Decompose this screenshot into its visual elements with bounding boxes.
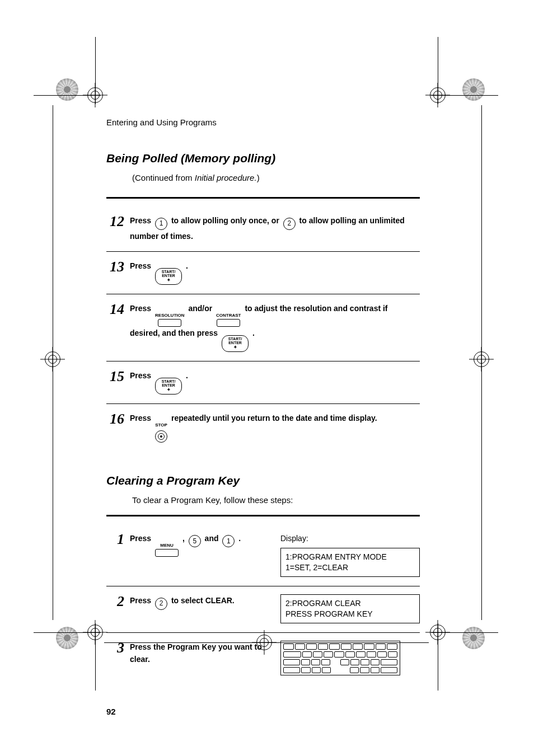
steps-list-2: 1 Press MENU , 5 and 1 . xyxy=(106,524,420,684)
step-number: 12 xyxy=(106,214,130,229)
text: Press xyxy=(130,261,153,270)
step-15: 15 Press START/ ENTER ✦ . xyxy=(106,361,420,404)
continued-ital: Initial procedure. xyxy=(195,173,257,182)
text: to select CLEAR. xyxy=(171,596,235,605)
step-body: Press RESOLUTION and/or CONTRAST to adju… xyxy=(130,302,420,352)
step-body: Press STOP repeatedly until you return t… xyxy=(130,412,420,443)
display-line-2: 1=SET, 2=CLEAR xyxy=(285,562,415,573)
step-body: Press the Program Key you want to clear. xyxy=(130,641,420,675)
text: Press xyxy=(130,414,153,422)
display-box: 2:PROGRAM CLEAR PRESS PROGRAM KEY xyxy=(280,594,420,623)
resolution-key-icon: RESOLUTION xyxy=(155,313,184,327)
key-label: RESOLUTION xyxy=(155,313,184,318)
key-shape xyxy=(155,549,179,557)
section-title-being-polled: Being Polled (Memory polling) xyxy=(106,152,420,165)
display-line-2: PRESS PROGRAM KEY xyxy=(285,609,415,619)
start-enter-key-icon: START/ ENTER ✦ xyxy=(222,335,249,352)
step-number: 15 xyxy=(106,369,130,384)
registration-mark xyxy=(462,78,485,101)
key-1-icon: 1 xyxy=(222,535,235,547)
display-line-1: 1:PROGRAM ENTRY MODE xyxy=(285,552,415,562)
step-number: 14 xyxy=(106,302,130,317)
step-display: Display: 1:PROGRAM ENTRY MODE 1=SET, 2=C… xyxy=(280,532,420,577)
step-2: 2 Press 2 to select CLEAR. 2:PROGRAM CLE… xyxy=(106,586,420,633)
step-body: Press 1 to allow polling only once, or 2… xyxy=(130,214,420,242)
step-number: 13 xyxy=(106,260,130,274)
clock-icon: ✦ xyxy=(233,345,237,350)
key-label-top: START/ xyxy=(228,337,242,341)
section-intro: To clear a Program Key, follow these ste… xyxy=(132,495,420,505)
keyboard-diagram-icon xyxy=(280,641,400,675)
crop-line xyxy=(95,37,96,104)
text: Press xyxy=(130,304,153,313)
text: , xyxy=(182,534,187,543)
key-label-bot: ENTER xyxy=(228,341,242,345)
crop-line xyxy=(438,623,438,691)
step-14: 14 Press RESOLUTION and/or CONTRAST to a… xyxy=(106,294,420,361)
step-12: 12 Press 1 to allow polling only once, o… xyxy=(106,206,420,252)
step-1: 1 Press MENU , 5 and 1 . xyxy=(106,524,420,586)
crop-line xyxy=(34,95,101,96)
step-number: 16 xyxy=(106,412,130,426)
text: Press the Program Key you want to clear. xyxy=(130,642,262,664)
crop-line xyxy=(34,632,101,633)
rule xyxy=(106,515,420,516)
rule xyxy=(106,197,420,199)
text: Press xyxy=(130,596,153,605)
step-3: 3 Press the Program Key you want to clea… xyxy=(106,633,420,684)
key-2-icon: 2 xyxy=(155,598,167,610)
text: . xyxy=(252,328,255,337)
step-instruction: Press the Program Key you want to clear. xyxy=(130,641,269,666)
crop-line xyxy=(431,95,498,96)
section-title-clearing: Clearing a Program Key xyxy=(106,474,420,487)
clock-icon: ✦ xyxy=(167,278,171,283)
contrast-key-icon: CONTRAST xyxy=(216,313,241,327)
text: Press xyxy=(130,216,153,225)
crop-line xyxy=(438,37,438,104)
step-16: 16 Press STOP repeatedly until you retur… xyxy=(106,404,420,452)
steps-list-1: 12 Press 1 to allow polling only once, o… xyxy=(106,206,420,452)
key-label-bot: ENTER xyxy=(162,274,175,278)
text: and xyxy=(205,534,221,543)
step-display xyxy=(280,641,420,675)
key-shape xyxy=(217,319,240,327)
step-number: 2 xyxy=(106,594,130,609)
step-instruction: Press 2 to select CLEAR. xyxy=(130,594,269,610)
text: . xyxy=(238,534,241,543)
text: to allow polling only once, or xyxy=(171,216,282,225)
key-shape xyxy=(158,319,181,327)
registration-mark xyxy=(462,627,485,649)
continued-note: (Continued from Initial procedure.) xyxy=(132,173,420,182)
start-enter-key-icon: START/ ENTER ✦ xyxy=(155,268,182,285)
text: . xyxy=(186,261,188,270)
clock-icon: ✦ xyxy=(167,388,171,392)
continued-prefix: (Continued from xyxy=(132,173,195,182)
continued-suffix: ) xyxy=(257,173,260,182)
key-label: STOP xyxy=(155,422,167,429)
step-body: Press 2 to select CLEAR. 2:PROGRAM CLEAR… xyxy=(130,594,420,623)
step-display: 2:PROGRAM CLEAR PRESS PROGRAM KEY xyxy=(280,594,420,623)
display-box: 1:PROGRAM ENTRY MODE 1=SET, 2=CLEAR xyxy=(280,548,420,577)
start-enter-key-icon: START/ ENTER ✦ xyxy=(155,378,182,395)
step-number: 3 xyxy=(106,641,130,655)
display-line-1: 2:PROGRAM CLEAR xyxy=(285,598,415,609)
step-body: Press MENU , 5 and 1 . Display: xyxy=(130,532,420,577)
key-5-icon: 5 xyxy=(189,535,201,547)
text: repeatedly until you return to the date … xyxy=(171,414,377,422)
key-shape xyxy=(155,430,167,443)
key-2-icon: 2 xyxy=(283,218,296,230)
text: Press xyxy=(130,371,153,380)
key-label: MENU xyxy=(160,543,174,548)
registration-mark xyxy=(56,627,78,649)
key-label-top: START/ xyxy=(162,270,176,274)
text: and/or xyxy=(188,304,214,313)
step-instruction: Press MENU , 5 and 1 . xyxy=(130,532,269,557)
step-body: Press START/ ENTER ✦ . xyxy=(130,369,420,395)
crop-line xyxy=(481,105,482,620)
text: Press xyxy=(130,534,153,543)
key-label: CONTRAST xyxy=(216,313,241,318)
crop-line xyxy=(95,623,96,691)
page-number: 92 xyxy=(106,707,420,716)
key-label-top: START/ xyxy=(162,379,176,383)
key-1-icon: 1 xyxy=(155,218,167,230)
